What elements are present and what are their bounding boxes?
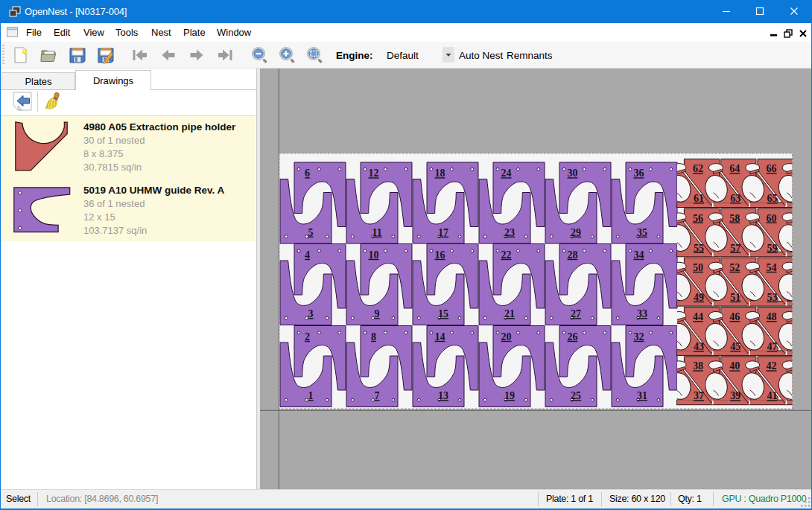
- svg-text:3: 3: [308, 308, 314, 319]
- svg-text:20: 20: [501, 331, 512, 342]
- svg-text:48: 48: [767, 311, 777, 322]
- svg-text:45: 45: [730, 341, 740, 352]
- svg-text:25: 25: [571, 390, 581, 401]
- svg-text:29: 29: [571, 227, 581, 238]
- svg-text:24: 24: [501, 168, 512, 179]
- svg-text:10: 10: [369, 249, 379, 261]
- svg-text:40: 40: [729, 360, 740, 372]
- svg-text:17: 17: [438, 227, 448, 238]
- svg-text:65: 65: [767, 193, 778, 204]
- svg-text:64: 64: [729, 163, 740, 174]
- svg-text:58: 58: [729, 213, 740, 224]
- svg-text:8: 8: [371, 331, 376, 342]
- svg-text:37: 37: [694, 390, 704, 401]
- svg-text:42: 42: [767, 360, 777, 372]
- svg-text:35: 35: [637, 227, 647, 238]
- svg-text:51: 51: [730, 292, 740, 303]
- svg-text:55: 55: [694, 243, 704, 254]
- svg-text:26: 26: [568, 331, 578, 342]
- svg-text:50: 50: [693, 262, 703, 273]
- svg-text:18: 18: [435, 168, 445, 179]
- svg-text:13: 13: [438, 390, 448, 401]
- svg-text:6: 6: [305, 168, 310, 179]
- svg-text:63: 63: [730, 193, 740, 204]
- svg-text:57: 57: [730, 243, 740, 254]
- svg-text:39: 39: [730, 390, 740, 401]
- svg-text:61: 61: [694, 193, 704, 204]
- svg-text:30: 30: [568, 168, 578, 179]
- svg-text:34: 34: [634, 249, 644, 261]
- svg-text:5: 5: [308, 227, 314, 238]
- svg-text:56: 56: [693, 213, 703, 224]
- svg-text:32: 32: [634, 331, 644, 342]
- svg-text:14: 14: [435, 331, 445, 342]
- svg-text:27: 27: [571, 308, 581, 319]
- svg-text:21: 21: [504, 308, 515, 319]
- svg-text:31: 31: [637, 390, 647, 401]
- svg-text:4: 4: [305, 249, 310, 261]
- svg-text:60: 60: [767, 213, 777, 224]
- svg-text:19: 19: [504, 390, 515, 401]
- svg-text:7: 7: [375, 390, 380, 401]
- svg-text:38: 38: [693, 360, 703, 372]
- svg-text:43: 43: [694, 341, 704, 352]
- svg-text:49: 49: [694, 292, 704, 303]
- svg-text:62: 62: [693, 163, 703, 174]
- svg-text:44: 44: [693, 311, 703, 322]
- svg-text:33: 33: [637, 308, 647, 319]
- svg-text:22: 22: [501, 249, 512, 261]
- svg-text:59: 59: [767, 243, 778, 254]
- svg-text:46: 46: [729, 311, 740, 322]
- svg-text:52: 52: [729, 262, 740, 273]
- svg-text:66: 66: [767, 163, 777, 174]
- svg-text:28: 28: [568, 249, 578, 261]
- svg-text:53: 53: [767, 292, 778, 303]
- svg-text:36: 36: [634, 168, 644, 179]
- svg-text:16: 16: [435, 249, 445, 261]
- svg-text:9: 9: [375, 308, 380, 319]
- svg-text:11: 11: [372, 227, 381, 238]
- svg-text:41: 41: [767, 390, 778, 401]
- svg-text:15: 15: [438, 308, 448, 319]
- svg-text:2: 2: [305, 331, 310, 342]
- svg-text:1: 1: [308, 390, 314, 401]
- svg-text:23: 23: [504, 227, 515, 238]
- svg-text:54: 54: [767, 262, 777, 273]
- svg-text:47: 47: [767, 341, 778, 352]
- svg-text:12: 12: [369, 168, 379, 179]
